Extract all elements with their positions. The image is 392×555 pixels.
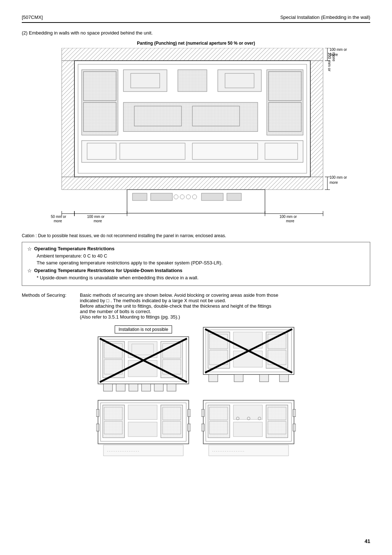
svg-rect-136 <box>233 422 262 437</box>
install-row-1: Installation is not possible <box>96 325 296 395</box>
svg-rect-84 <box>142 384 151 391</box>
svg-rect-33 <box>151 193 172 200</box>
svg-rect-23 <box>123 102 258 131</box>
svg-rect-104 <box>260 374 269 382</box>
svg-rect-39 <box>227 193 241 200</box>
svg-rect-98 <box>233 351 262 367</box>
page-header: [507CMX] Special Installation (Embedding… <box>22 15 370 23</box>
restriction-1-label: Operating Temperature Restrictions <box>34 246 115 251</box>
restriction-1-text1: Ambient temperature: 0 C to 40 C <box>37 253 365 259</box>
svg-rect-103 <box>234 374 243 382</box>
svg-rect-82 <box>116 384 125 391</box>
svg-text:100 mm or: 100 mm or <box>87 215 105 219</box>
svg-rect-122 <box>96 424 99 431</box>
star-icon-2: ☆ <box>27 268 32 274</box>
svg-rect-86 <box>167 384 176 391</box>
install-diagrams: Installation is not possible <box>22 325 370 458</box>
svg-rect-143 <box>201 409 204 417</box>
svg-text:100 mm or: 100 mm or <box>279 215 297 219</box>
install-not-possible-label: Installation is not possible <box>115 325 172 333</box>
svg-rect-18 <box>218 70 261 92</box>
svg-rect-15 <box>123 70 167 92</box>
svg-text:more: more <box>54 219 62 222</box>
svg-rect-146 <box>293 424 296 431</box>
main-diagram-container: Panting (Punching) net (numerical apertu… <box>40 41 352 222</box>
svg-text:50 mm or: 50 mm or <box>51 215 66 219</box>
svg-text:· · · · · · · · · · · · · · · : · · · · · · · · · · · · · · · · · · <box>107 449 139 453</box>
methods-line2: indicated by □ . The methods indicated b… <box>80 298 370 303</box>
svg-rect-77 <box>128 360 157 377</box>
restriction-item-2: ☆ Operating Temperature Restrictions for… <box>27 268 365 274</box>
svg-rect-7 <box>62 177 323 190</box>
svg-rect-17 <box>178 70 207 92</box>
install-svg-4: · · · · · · · · · · · · · · · · · · <box>201 398 296 458</box>
star-icon-1: ☆ <box>27 246 32 252</box>
subtitle: (2) Embedding in walls with no space pro… <box>22 30 370 36</box>
svg-rect-8 <box>62 61 74 177</box>
svg-rect-81 <box>103 384 113 391</box>
svg-rect-121 <box>96 409 99 417</box>
svg-text:· · · · · · · · · · · · · · · : · · · · · · · · · · · · · · · · · · <box>212 449 244 453</box>
svg-rect-6 <box>62 48 323 61</box>
svg-rect-124 <box>188 424 191 431</box>
install-diagram-4: · · · · · · · · · · · · · · · · · · <box>201 398 296 458</box>
install-diagram-3: · · · · · · · · · · · · · · · · · · <box>96 398 191 458</box>
svg-rect-32 <box>132 193 147 200</box>
svg-text:100 mm or: 100 mm or <box>330 48 347 52</box>
svg-rect-9 <box>310 61 323 177</box>
methods-line4: and the number of bolts is correct. <box>80 309 370 314</box>
svg-rect-117 <box>128 422 157 437</box>
main-diagram-svg: 100 mm or more 100 mm or more 100 mm or … <box>40 48 352 222</box>
svg-rect-85 <box>154 384 163 391</box>
methods-line3: Before attaching the unit to fittings, d… <box>80 303 370 309</box>
svg-rect-83 <box>129 384 138 391</box>
install-svg-3: · · · · · · · · · · · · · · · · · · <box>96 398 191 458</box>
restrictions-box: ☆ Operating Temperature Restrictions Amb… <box>22 242 370 286</box>
svg-rect-31 <box>127 190 265 213</box>
svg-rect-38 <box>201 193 223 200</box>
methods-line1: Basic methods of securing are shown belo… <box>80 292 370 298</box>
svg-rect-123 <box>188 409 191 417</box>
svg-rect-144 <box>201 424 204 431</box>
install-row-2: · · · · · · · · · · · · · · · · · · <box>96 398 296 458</box>
svg-text:more: more <box>286 219 294 222</box>
methods-text: Basic methods of securing are shown belo… <box>80 292 370 320</box>
install-diagram-1: Installation is not possible <box>96 325 191 395</box>
restriction-1-text2: The same operating temperature restricti… <box>37 260 365 266</box>
restriction-2-text: * Upside-down mounting is unavailable wh… <box>37 275 365 280</box>
install-svg-2 <box>201 325 296 385</box>
methods-line5: (Also refer to 3.5.1 Mounting to fitting… <box>80 314 370 320</box>
header-model: [507CMX] <box>22 15 43 20</box>
svg-text:more: more <box>330 181 338 185</box>
header-title: Special Installation (Embedding in the w… <box>280 15 370 20</box>
svg-text:more: more <box>330 53 338 57</box>
methods-label: Methods of Securing: <box>22 292 80 320</box>
page-number: 41 <box>364 538 370 544</box>
restriction-item-1: ☆ Operating Temperature Restrictions <box>27 246 365 252</box>
diagram-top-label: Panting (Punching) net (numerical apertu… <box>40 41 352 46</box>
svg-text:100 mm or: 100 mm or <box>330 175 347 179</box>
caution-text: Cation : Due to possible heat issues, we… <box>22 233 370 238</box>
svg-rect-116 <box>128 405 157 420</box>
restriction-2-label: Operating Temperature Restrictions for U… <box>34 268 183 273</box>
svg-rect-105 <box>279 374 289 382</box>
install-diagram-2 <box>201 325 296 385</box>
svg-rect-102 <box>209 374 218 382</box>
install-svg-1 <box>96 335 191 395</box>
svg-rect-145 <box>293 409 296 417</box>
svg-text:more: more <box>94 219 102 222</box>
methods-section: Methods of Securing: Basic methods of se… <box>22 292 370 320</box>
